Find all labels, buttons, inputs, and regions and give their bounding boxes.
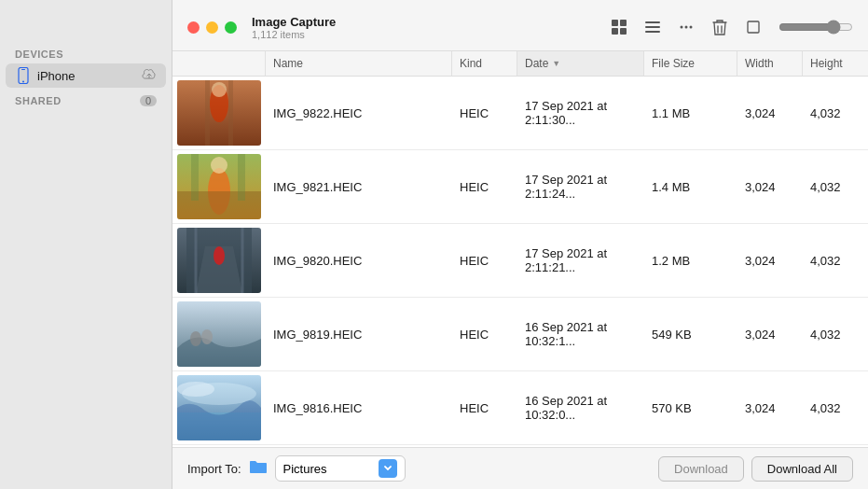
file-name: IMG_9821.HEIC	[266, 175, 452, 200]
svg-point-12	[685, 26, 688, 29]
table-row[interactable]: IMG_9819.HEIC HEIC 16 Sep 2021 at 10:32:…	[172, 298, 868, 371]
rotate-button[interactable]	[739, 15, 767, 39]
svg-point-34	[201, 329, 213, 344]
sort-arrow-icon: ▼	[552, 59, 560, 68]
file-width: 3,024	[737, 175, 803, 200]
svg-point-19	[212, 82, 227, 97]
svg-point-2	[22, 81, 24, 83]
svg-rect-1	[21, 69, 25, 70]
title-info: Image Capture 1,112 items	[252, 15, 605, 40]
file-size: 1.4 MB	[644, 175, 737, 200]
select-arrow-icon	[379, 459, 397, 478]
main-content: Image Capture 1,112 items	[172, 0, 868, 489]
window-controls	[187, 21, 237, 34]
file-date: 17 Sep 2021 at 2:11:30...	[517, 93, 644, 133]
thumbnail-cell	[172, 224, 266, 297]
thumbnail-image	[177, 80, 261, 146]
table-row[interactable]: IMG_9822.HEIC HEIC 17 Sep 2021 at 2:11:3…	[172, 77, 868, 150]
item-count: 1,112 items	[252, 29, 605, 40]
svg-rect-7	[620, 28, 627, 35]
thumbnail-cell	[172, 298, 266, 370]
file-name: IMG_9816.HEIC	[266, 396, 452, 421]
file-size: 1.1 MB	[644, 101, 737, 126]
file-date: 17 Sep 2021 at 2:11:24...	[517, 167, 644, 206]
svg-rect-5	[620, 20, 627, 26]
col-height[interactable]: Height	[803, 51, 868, 76]
more-button[interactable]	[672, 15, 700, 39]
folder-name: Pictures	[283, 462, 373, 476]
folder-icon	[249, 459, 268, 478]
download-button[interactable]: Download	[658, 456, 744, 482]
file-kind: HEIC	[452, 322, 517, 347]
download-all-button[interactable]: Download All	[751, 456, 853, 482]
col-thumb	[172, 51, 266, 76]
file-width: 3,024	[737, 396, 803, 421]
col-kind[interactable]: Kind	[452, 51, 517, 76]
file-width: 3,024	[737, 322, 803, 347]
file-name: IMG_9820.HEIC	[266, 248, 452, 273]
shared-badge: 0	[140, 95, 157, 106]
col-size[interactable]: File Size	[644, 51, 737, 76]
col-date[interactable]: Date ▼	[517, 51, 644, 76]
svg-rect-24	[191, 154, 199, 201]
file-width: 3,024	[737, 101, 803, 126]
file-size: 570 KB	[644, 396, 737, 421]
app-title: Image Capture	[252, 15, 605, 29]
cloud-icon	[142, 69, 157, 83]
grid-view-button[interactable]	[605, 15, 633, 39]
thumbnail-cell	[172, 150, 266, 223]
titlebar: Image Capture 1,112 items	[172, 0, 868, 51]
file-date: 17 Sep 2021 at 2:11:21...	[517, 241, 644, 280]
minimize-button[interactable]	[206, 21, 218, 34]
file-kind: HEIC	[452, 175, 517, 200]
svg-point-40	[177, 382, 214, 397]
file-height: 4,032	[803, 396, 868, 421]
file-height: 4,032	[803, 322, 868, 347]
file-size: 1.2 MB	[644, 248, 737, 273]
file-height: 4,032	[803, 248, 868, 273]
thumbnail-image	[177, 301, 261, 367]
svg-point-33	[190, 331, 201, 346]
table-row[interactable]: IMG_9821.HEIC HEIC 17 Sep 2021 at 2:11:2…	[172, 150, 868, 224]
import-to-label: Import To:	[187, 462, 241, 476]
table-header: Name Kind Date ▼ File Size Width Height	[172, 51, 868, 77]
zoom-range-input[interactable]	[778, 20, 853, 35]
table-body: IMG_9822.HEIC HEIC 17 Sep 2021 at 2:11:3…	[172, 77, 868, 447]
close-button[interactable]	[187, 21, 200, 34]
delete-button[interactable]	[706, 14, 734, 40]
file-size: 549 KB	[644, 322, 737, 347]
file-kind: HEIC	[452, 248, 517, 273]
maximize-button[interactable]	[225, 21, 237, 34]
iphone-label: iPhone	[37, 69, 142, 83]
col-width[interactable]: Width	[737, 51, 803, 76]
file-date: 16 Sep 2021 at 10:32:1...	[517, 314, 644, 354]
file-width: 3,024	[737, 248, 803, 273]
svg-point-11	[681, 26, 683, 29]
col-name[interactable]: Name	[266, 51, 452, 76]
import-folder-select[interactable]: Pictures	[275, 455, 406, 482]
file-kind: HEIC	[452, 101, 517, 126]
list-view-button[interactable]	[639, 15, 667, 39]
thumbnail-cell	[172, 371, 266, 444]
sidebar-item-iphone[interactable]: iPhone	[6, 63, 166, 88]
thumbnail-image	[177, 154, 261, 219]
thumbnail-image	[177, 228, 261, 293]
svg-point-29	[214, 246, 225, 265]
file-name: IMG_9822.HEIC	[266, 101, 452, 126]
iphone-icon	[15, 67, 32, 84]
shared-section: SHARED 0	[0, 88, 172, 110]
file-kind: HEIC	[452, 396, 517, 421]
thumbnail-cell	[172, 77, 266, 149]
file-name: IMG_9819.HEIC	[266, 322, 452, 347]
footer: Import To: Pictures Download Download Al…	[172, 447, 868, 489]
svg-rect-25	[238, 154, 245, 201]
sidebar: DEVICES iPhone SHARED 0	[0, 0, 172, 489]
table-row[interactable]: IMG_9816.HEIC HEIC 16 Sep 2021 at 10:32:…	[172, 371, 868, 445]
file-height: 4,032	[803, 175, 868, 200]
svg-rect-4	[612, 20, 618, 26]
shared-label: SHARED	[15, 95, 140, 106]
svg-rect-6	[612, 28, 618, 35]
file-height: 4,032	[803, 101, 868, 126]
svg-point-23	[211, 157, 227, 174]
table-row[interactable]: IMG_9820.HEIC HEIC 17 Sep 2021 at 2:11:2…	[172, 224, 868, 298]
